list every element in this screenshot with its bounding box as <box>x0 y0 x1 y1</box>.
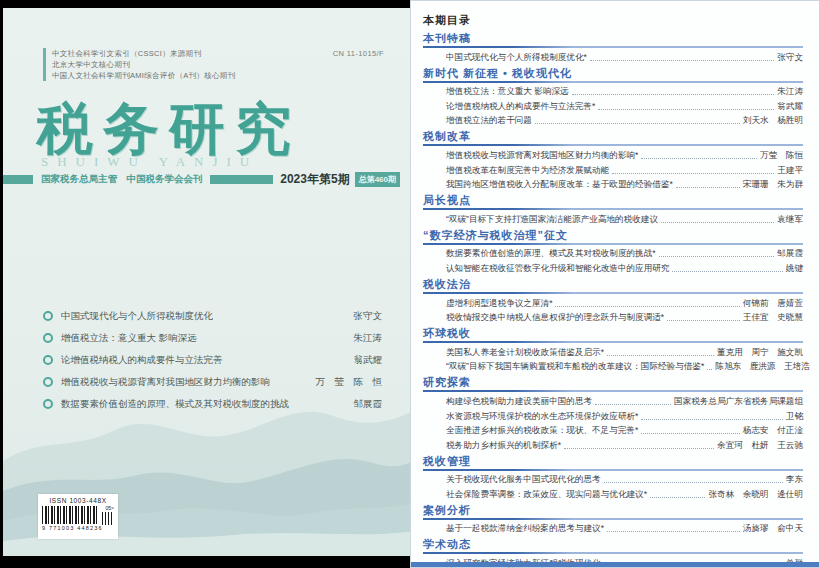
toc-section: 案例分析基于一起税款滞纳金纠纷案的思考与建议*汤旖璆 俞中天 <box>423 504 803 535</box>
toc-article-row: “双碳”目标下支持打造国家清洁能源产业高地的税收建议袁继军 <box>423 210 803 225</box>
barcode-block: ISSN 1003-448X 05> 9 771003 448236 <box>38 494 118 539</box>
cover-featured-list: 中国式现代化与个人所得税制度优化张守文增值税立法：意义重大 影响深远朱江涛论增值… <box>43 305 382 415</box>
ring-bullet-icon <box>43 399 53 409</box>
toc-section: 税收法治虚增利润型退税争议之厘清*何锦前 唐婧萱税收情报交换中纳税人信息权保护的… <box>423 278 803 323</box>
cover-article-title: 增值税税收与税源背离对我国地区财力均衡的影响 <box>61 376 270 389</box>
toc-section-title: 研究探索 <box>423 376 803 389</box>
toc-article-authors: 李东 <box>786 473 803 485</box>
dotted-leader <box>659 256 775 257</box>
cover-featured-row: 论增值税纳税人的构成要件与立法完善翁武耀 <box>43 349 382 371</box>
journal-cover: 中文社会科学引文索引（CSSCI）来源期刊 北京大学中文核心期刊 中国人文社会科… <box>3 8 410 556</box>
toc-header: 本期目录 <box>423 13 803 28</box>
toc-article-title: 水资源税与环境保护税的水生态环境保护效应研析* <box>446 410 638 422</box>
dotted-leader <box>598 109 774 110</box>
cover-photo-frame: 中文社会科学引文索引（CSSCI）来源期刊 北京大学中文核心期刊 中国人文社会科… <box>0 0 410 568</box>
toc-article-row: 认知智能在税收征管数字化升级和智能化改造中的应用研究姚键 <box>423 259 803 274</box>
toc-section: 新时代 新征程 • 税收现代化增值税立法：意义重大 影响深远朱江涛论增值税纳税人… <box>423 67 803 127</box>
dotted-leader <box>707 369 712 370</box>
toc-article-authors: 张奇林 余晓明 逄仕明 <box>708 488 803 500</box>
ring-bullet-icon <box>43 333 53 343</box>
teal-bar-long <box>210 175 274 184</box>
toc-section-title: 税制改革 <box>423 130 803 143</box>
toc-article-title: 社会保险费率调整：政策效应、现实问题与优化建议* <box>446 488 647 500</box>
toc-article-title: 中国式现代化与个人所得税制度优化* <box>446 51 587 63</box>
cover-featured-row: 数据要素价值创造的原理、模式及其对税收制度的挑战邹展霞 <box>43 393 382 415</box>
cover-article-title: 论增值税纳税人的构成要件与立法完善 <box>61 354 223 367</box>
toc-section-title: 本刊特稿 <box>423 32 803 45</box>
toc-article-authors: 姚键 <box>786 262 803 274</box>
accreditation-line: 中国人文社会科学期刊AMI综合评价（A刊）核心期刊 <box>52 70 235 81</box>
barcode-addon <box>102 512 114 525</box>
toc-article-title: 论增值税纳税人的构成要件与立法完善* <box>446 100 595 112</box>
cover-article-authors: 朱江涛 <box>354 332 383 345</box>
toc-article-title: 我国跨地区增值税收入分配制度改革：基于欧盟的经验借鉴* <box>446 178 673 190</box>
toc-article-row: “双碳”目标下我国车辆购置税和车船税的改革建议：国际经验与借鉴*陈旭东 鹿洪源 … <box>423 358 803 373</box>
toc-article-authors: 宋珊珊 朱为群 <box>743 178 803 190</box>
toc-article-authors: 董克用 周宁 施文凯 <box>717 346 803 358</box>
toc-section-title: 税收法治 <box>423 278 803 291</box>
toc-article-title: 数据要素价值创造的原理、模式及其对税收制度的挑战* <box>446 247 656 259</box>
toc-article-row: 全面推进乡村振兴的税收政策：现状、不足与完善*杨志安 付正淦 <box>423 422 803 437</box>
toc-article-row: 数据要素价值创造的原理、模式及其对税收制度的挑战*邹展霞 <box>423 245 803 260</box>
toc-article-row: 税务助力乡村振兴的机制探析*余宜珂 杜妍 王云驰 <box>423 436 803 451</box>
teal-bar-left <box>3 175 33 184</box>
toc-article-title: 增值税改革在制度完善中为经济发展赋动能 <box>446 164 609 176</box>
toc-article-title: “双碳”目标下我国车辆购置税和车船税的改革建议：国际经验与借鉴* <box>446 360 704 372</box>
accreditation-block: 中文社会科学引文索引（CSSCI）来源期刊 北京大学中文核心期刊 中国人文社会科… <box>43 48 235 81</box>
ring-bullet-icon <box>43 311 53 321</box>
journal-spread: 中文社会科学引文索引（CSSCI）来源期刊 北京大学中文核心期刊 中国人文社会科… <box>0 0 820 568</box>
cover-featured-row: 增值税税收与税源背离对我国地区财力均衡的影响万 莹 陈 恒 <box>43 371 382 393</box>
toc-article-row: 构建绿色税制助力建设美丽中国的思考国家税务总局广东省税务局课题组 <box>423 392 803 407</box>
cover-article-title: 中国式现代化与个人所得税制度优化 <box>61 310 213 323</box>
dotted-leader <box>590 60 774 61</box>
dotted-leader <box>535 123 740 124</box>
toc-page: 本期目录 本刊特稿中国式现代化与个人所得税制度优化*张守文新时代 新征程 • 税… <box>410 0 820 568</box>
accreditation-line: 中文社会科学引文索引（CSSCI）来源期刊 <box>52 48 235 59</box>
toc-section: 税收管理关于税收现代化服务中国式现代化的思考李东社会保险费率调整：政策效应、现实… <box>423 455 803 500</box>
toc-article-title: 增值税立法的若干问题 <box>446 114 532 126</box>
toc-article-authors: 杨志安 付正淦 <box>743 424 803 436</box>
dotted-leader <box>572 94 775 95</box>
dotted-leader <box>607 355 714 356</box>
toc-article-title: “双碳”目标下支持打造国家清洁能源产业高地的税收建议 <box>446 213 658 225</box>
toc-section: “数字经济与税收治理”征文数据要素价值创造的原理、模式及其对税收制度的挑战*邹展… <box>423 229 803 274</box>
toc-article-title: 税收情报交换中纳税人信息权保护的理念跃升与制度调适* <box>446 311 664 323</box>
toc-article-authors: 邹展霞 <box>777 247 803 259</box>
publisher-line: 国家税务总局主管 中国税务学会会刊 <box>41 173 203 186</box>
toc-section-title: “数字经济与税收治理”征文 <box>423 229 803 242</box>
cover-article-title: 增值税立法：意义重大 影响深远 <box>61 332 197 345</box>
journal-title-pinyin: SHUIWU YANJIU <box>41 154 258 170</box>
accreditation-line: 北京大学中文核心期刊 <box>52 59 235 70</box>
toc-article-row: 水资源税与环境保护税的水生态环境保护效应研析*卫铭 <box>423 407 803 422</box>
toc-article-row: 社会保险费率调整：政策效应、现实问题与优化建议*张奇林 余晓明 逄仕明 <box>423 485 803 500</box>
dotted-leader <box>612 173 774 174</box>
toc-article-row: 税收情报交换中纳税人信息权保护的理念跃升与制度调适*王佳宜 史晓慧 <box>423 309 803 324</box>
dotted-leader <box>564 448 714 449</box>
toc-sections: 本刊特稿中国式现代化与个人所得税制度优化*张守文新时代 新征程 • 税收现代化增… <box>423 32 803 568</box>
toc-article-row: 基于一起税款滞纳金纠纷案的思考与建议*汤旖璆 俞中天 <box>423 520 803 535</box>
ring-bullet-icon <box>43 355 53 365</box>
toc-article-row: 中国式现代化与个人所得税制度优化*张守文 <box>423 48 803 63</box>
accreditation-bar <box>43 48 46 81</box>
footer-bar <box>411 562 819 567</box>
toc-article-row: 论增值税纳税人的构成要件与立法完善*翁武耀 <box>423 97 803 112</box>
toc-article-row: 我国跨地区增值税收入分配制度改革：基于欧盟的经验借鉴*宋珊珊 朱为群 <box>423 176 803 191</box>
toc-article-authors: 王建平 <box>777 164 803 176</box>
dotted-leader <box>641 419 782 420</box>
toc-section-title: 税收管理 <box>423 455 803 468</box>
cover-article-authors: 翁武耀 <box>354 354 383 367</box>
toc-article-authors: 刘天水 杨胜明 <box>743 114 803 126</box>
ring-bullet-icon <box>43 377 53 387</box>
toc-article-authors: 陈旭东 鹿洪源 王培浩 <box>715 360 810 372</box>
barcode-addon-label: 05> <box>102 506 114 511</box>
dotted-leader <box>595 404 671 405</box>
toc-article-title: 认知智能在税收征管数字化升级和智能化改造中的应用研究 <box>446 262 669 274</box>
toc-article-title: 构建绿色税制助力建设美丽中国的思考 <box>446 395 592 407</box>
toc-section-title: 新时代 新征程 • 税收现代化 <box>423 67 803 80</box>
cover-article-authors: 万 莹 陈 恒 <box>316 376 383 389</box>
issn-label: ISSN 1003-448X <box>42 497 114 504</box>
cover-article-authors: 张守文 <box>354 310 383 323</box>
cover-featured-row: 中国式现代化与个人所得税制度优化张守文 <box>43 305 382 327</box>
toc-article-row: 增值税立法的若干问题刘天水 杨胜明 <box>423 112 803 127</box>
toc-article-title: 基于一起税款滞纳金纠纷案的思考与建议* <box>446 522 604 534</box>
